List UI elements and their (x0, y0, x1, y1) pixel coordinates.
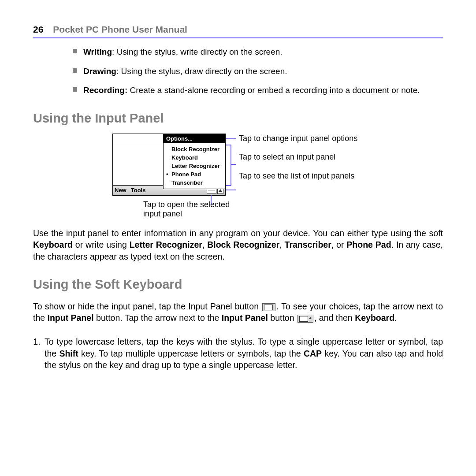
leader-line (211, 195, 212, 205)
bracket (226, 145, 231, 186)
text-bold: Shift (59, 349, 78, 358)
section-using-soft-keyboard: Using the Soft Keyboard (33, 277, 443, 292)
text-bold: CAP (304, 349, 322, 358)
bullet-label: Drawing (83, 67, 116, 76)
bar-new[interactable]: New (115, 187, 126, 193)
menu-items: Block Recognizer Keyboard Letter Recogni… (164, 143, 225, 189)
keyboard-instructions: To type lowercase letters, tap the keys … (33, 336, 443, 371)
text: Use the input panel to enter information… (33, 228, 443, 238)
callout-change-options: Tap to change input panel options (239, 134, 357, 144)
menu-item-transcriber[interactable]: Transcriber (164, 178, 225, 187)
text-bold: Transcriber (285, 240, 331, 249)
bullet-drawing: Drawing: Using the stylus, draw directly… (73, 66, 443, 77)
callout-see-list: Tap to see the list of input panels (239, 171, 357, 181)
leader-line (231, 164, 236, 165)
text-bold: Input Panel (48, 313, 94, 323)
menu-item-block-recognizer[interactable]: Block Recognizer (164, 145, 225, 153)
text: . (394, 313, 397, 323)
bullet-text: : Using the stylus, draw directly on the… (116, 67, 287, 76)
bar-tools[interactable]: Tools (131, 187, 146, 193)
text: button. Tap the arrow next to the (94, 313, 222, 323)
page-header: 26 Pocket PC Phone User Manual (33, 24, 443, 38)
bullet-label: Writing (83, 47, 112, 56)
text: , (279, 240, 284, 249)
text-bold: Letter Recognizer (130, 240, 202, 249)
menu-item-letter-recognizer[interactable]: Letter Recognizer (164, 162, 225, 170)
text: or write using (73, 240, 130, 249)
bullet-text: : Using the stylus, write directly on th… (112, 47, 283, 56)
leader-line (226, 138, 236, 139)
text: , and then (314, 313, 355, 323)
text: To show or hide the input panel, tap the… (33, 301, 261, 311)
callout-open-selected: Tap to open the selected input panel (143, 200, 249, 219)
bullet-label: Recording: (83, 86, 127, 95)
text-bold: Input Panel (222, 313, 268, 323)
screenshot: Options... Block Recognizer Keyboard Let… (112, 134, 226, 196)
bullet-recording: Recording: Create a stand-alone recordin… (73, 85, 443, 96)
feature-bullets: Writing: Using the stylus, write directl… (73, 46, 443, 96)
soft-keyboard-paragraph: To show or hide the input panel, tap the… (33, 301, 443, 324)
bar-left: New Tools (115, 187, 145, 193)
callout-select-panel: Tap to select an input panel (239, 152, 357, 162)
text: button (268, 313, 297, 323)
input-panel-menu: Options... Block Recognizer Keyboard Let… (163, 134, 225, 189)
below-callouts: Tap to open the selected input panel (112, 200, 443, 219)
input-panel-diagram: Options... Block Recognizer Keyboard Let… (112, 134, 443, 196)
section-using-input-panel: Using the Input Panel (33, 111, 443, 126)
text-bold: Phone Pad (346, 240, 391, 249)
manual-title: Pocket PC Phone User Manual (53, 24, 187, 35)
text: key. To tap multiple uppercase letters o… (78, 349, 304, 358)
text: , (202, 240, 207, 249)
text-bold: Keyboard (355, 313, 394, 323)
instruction-1: To type lowercase letters, tap the keys … (43, 336, 443, 371)
menu-item-phone-pad[interactable]: Phone Pad (164, 170, 225, 178)
callouts: Tap to change input panel options Tap to… (239, 134, 357, 190)
text-bold: Keyboard (33, 240, 73, 249)
menu-options-header[interactable]: Options... (164, 134, 225, 143)
page-number: 26 (33, 24, 43, 35)
text-bold: Block Recognizer (207, 240, 279, 249)
leader-line (226, 190, 236, 190)
menu-item-keyboard[interactable]: Keyboard (164, 153, 225, 162)
input-panel-button-icon (262, 303, 275, 311)
input-panel-paragraph: Use the input panel to enter information… (33, 227, 443, 262)
bullet-writing: Writing: Using the stylus, write directl… (73, 46, 443, 58)
input-panel-button-with-arrow-icon (298, 315, 313, 323)
text: , or (331, 240, 347, 249)
bullet-text: Create a stand-alone recording or embed … (127, 86, 420, 95)
